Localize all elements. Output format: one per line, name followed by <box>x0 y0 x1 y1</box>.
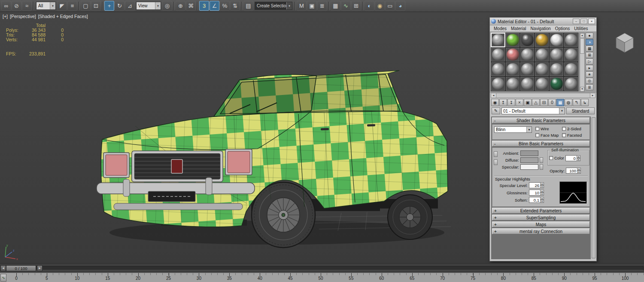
diffuse-map-button[interactable] <box>540 157 543 163</box>
opacity-spinner[interactable]: 100 ▲▼ <box>566 168 581 174</box>
pick-material-from-object-button[interactable]: ✎ <box>492 107 500 114</box>
sample-slots-vertical-scrollbar[interactable]: ▲ ▼ <box>580 33 585 92</box>
lock-diffuse-specular-button[interactable] <box>494 159 498 165</box>
keyboard-shortcut-override-button[interactable]: ⌘ <box>186 1 196 11</box>
material-sample-slot-17[interactable] <box>549 62 564 77</box>
graphite-modeling-ribbon-button[interactable]: ▦ <box>331 1 340 11</box>
viewport-menu-pov[interactable]: [Perspective] <box>10 14 36 19</box>
snaps-toggle-3d-button[interactable]: 3 <box>199 1 209 11</box>
material-sample-slot-16[interactable] <box>535 62 549 77</box>
material-editor-options-button[interactable]: ∗ <box>586 71 593 77</box>
specular-map-button[interactable] <box>540 164 543 170</box>
material-sample-slot-21[interactable] <box>520 77 535 91</box>
go-forward-to-sibling-button[interactable]: ↳ <box>581 99 589 106</box>
material-sample-slot-12[interactable] <box>564 47 578 62</box>
material-sample-slot-7[interactable] <box>491 47 505 62</box>
window-crossing-toggle-button[interactable]: ⊡ <box>91 1 101 11</box>
rollout-scrollbar[interactable] <box>592 117 595 258</box>
material-name-dropdown[interactable]: 01 - Default ▼ <box>501 107 565 114</box>
background-button[interactable]: ▦ <box>586 46 593 52</box>
sample-slots-horizontal-scrollbar[interactable]: ◄ ► <box>491 93 595 98</box>
material-sample-slot-23[interactable] <box>549 77 564 91</box>
unlink-selection-button[interactable]: ⊘ <box>12 1 21 11</box>
material-sample-slot-6[interactable] <box>564 33 578 47</box>
material-id-channel-button[interactable]: 0 <box>548 99 556 106</box>
lock-ambient-diffuse-button[interactable] <box>494 151 498 157</box>
menu-material[interactable]: Material <box>509 26 529 31</box>
scroll-up-icon[interactable]: ▲ <box>580 33 584 38</box>
specular-level-spinner[interactable]: 26▲▼ <box>529 182 544 188</box>
menu-navigation[interactable]: Navigation <box>529 26 553 31</box>
open-mini-curve-editor-button[interactable]: ∿ <box>0 274 6 282</box>
material-sample-slot-14[interactable] <box>505 62 520 77</box>
get-material-button[interactable]: ◉ <box>491 99 499 106</box>
layer-manager-button[interactable]: ≣ <box>317 1 327 11</box>
material-editor-button[interactable]: ◐ <box>365 1 374 11</box>
make-preview-button[interactable]: ▸ <box>586 65 593 71</box>
assign-material-to-selection-button[interactable]: ↧ <box>507 99 515 106</box>
select-by-material-button[interactable]: ◎ <box>586 78 593 84</box>
select-and-move-button[interactable]: + <box>104 1 114 11</box>
rollout-header-mental-ray-connection[interactable]: +mental ray Connection <box>492 228 590 234</box>
select-and-link-button[interactable]: ∞ <box>1 1 11 11</box>
soften-spinner[interactable]: 0,1▲▼ <box>529 197 544 203</box>
previous-frame-button[interactable]: ◄ <box>0 265 6 271</box>
backlight-button[interactable]: ◑ <box>586 39 593 45</box>
checkbox-face-map[interactable]: Face Map <box>535 132 562 138</box>
menu-modes[interactable]: Modes <box>492 26 509 31</box>
rollout-header-shader-basic-parameters[interactable]: - Shader Basic Parameters <box>492 117 590 123</box>
maximize-button[interactable]: □ <box>580 18 587 24</box>
viewcube[interactable] <box>611 29 638 56</box>
menu-options[interactable]: Options <box>553 26 572 31</box>
make-material-copy-button[interactable]: ▣ <box>524 99 532 106</box>
diffuse-color-swatch[interactable] <box>520 157 538 163</box>
use-pivot-point-center-button[interactable]: ◎ <box>162 1 172 11</box>
selection-filter-dropdown[interactable]: All▼ <box>36 2 56 10</box>
car-model[interactable] <box>84 57 462 255</box>
next-frame-button[interactable]: ► <box>37 265 43 271</box>
rollout-header-maps[interactable]: +Maps <box>492 221 590 227</box>
material-sample-slot-9[interactable] <box>520 47 535 62</box>
select-and-scale-button[interactable]: ⊿ <box>125 1 135 11</box>
show-end-result-button[interactable]: ◍ <box>565 99 572 106</box>
material-sample-slot-1[interactable] <box>491 33 505 47</box>
reference-coordinate-dropdown[interactable]: View▼ <box>136 2 161 10</box>
rollout-header-supersampling[interactable]: +SuperSampling <box>492 215 590 221</box>
ambient-color-swatch[interactable] <box>520 150 538 156</box>
material-sample-slot-5[interactable] <box>549 33 564 47</box>
render-setup-button[interactable]: ◉ <box>375 1 385 11</box>
time-slider-track[interactable] <box>0 266 644 270</box>
make-unique-button[interactable]: △ <box>532 99 540 106</box>
sample-type-button[interactable]: ● <box>586 33 593 39</box>
specular-color-swatch[interactable] <box>520 164 538 170</box>
rollout-header-blinn-basic-parameters[interactable]: - Blinn Basic Parameters <box>492 141 590 147</box>
viewport-menu-shading[interactable]: [Shaded + Edged Faces] <box>38 14 88 19</box>
render-production-button[interactable]: ◕ <box>395 1 405 11</box>
scroll-left-icon[interactable]: ◄ <box>491 93 496 98</box>
bind-to-space-warp-button[interactable]: ≈ <box>22 1 32 11</box>
material-sample-slot-19[interactable] <box>491 77 505 91</box>
edit-named-selection-sets-button[interactable]: ▤ <box>243 1 253 11</box>
material-editor-titlebar[interactable]: Material Editor - 01 - Default –□× <box>490 18 596 25</box>
checkbox-wire[interactable]: Wire <box>535 126 562 132</box>
time-slider-handle[interactable]: 0 / 100 <box>6 265 36 271</box>
material-sample-slot-22[interactable] <box>535 77 549 91</box>
material-sample-slot-4[interactable] <box>535 33 549 47</box>
video-color-check-button[interactable]: ▷ <box>586 58 593 64</box>
put-to-library-button[interactable]: ⊟ <box>540 99 548 106</box>
put-material-to-scene-button[interactable]: ↥ <box>499 99 507 106</box>
select-and-rotate-button[interactable]: ↻ <box>115 1 125 11</box>
material-sample-slot-2[interactable] <box>505 33 520 47</box>
spinner-snap-toggle-button[interactable]: ⇅ <box>230 1 240 11</box>
material-sample-slot-20[interactable] <box>505 77 520 91</box>
curve-editor-button[interactable]: ∿ <box>341 1 351 11</box>
material-sample-slot-24[interactable] <box>564 77 578 91</box>
viewport-menu-general[interactable]: [+] <box>3 14 8 19</box>
shader-type-dropdown[interactable]: Blinn ▼ <box>494 126 532 133</box>
material-sample-slot-11[interactable] <box>549 47 564 62</box>
named-selection-set-dropdown[interactable]: Create Selection Se▼ <box>255 2 292 10</box>
scroll-right-icon[interactable]: ► <box>590 93 595 98</box>
select-and-manipulate-button[interactable]: ⊕ <box>176 1 185 11</box>
material-sample-slot-15[interactable] <box>520 62 535 77</box>
schematic-view-button[interactable]: ⊞ <box>351 1 361 11</box>
